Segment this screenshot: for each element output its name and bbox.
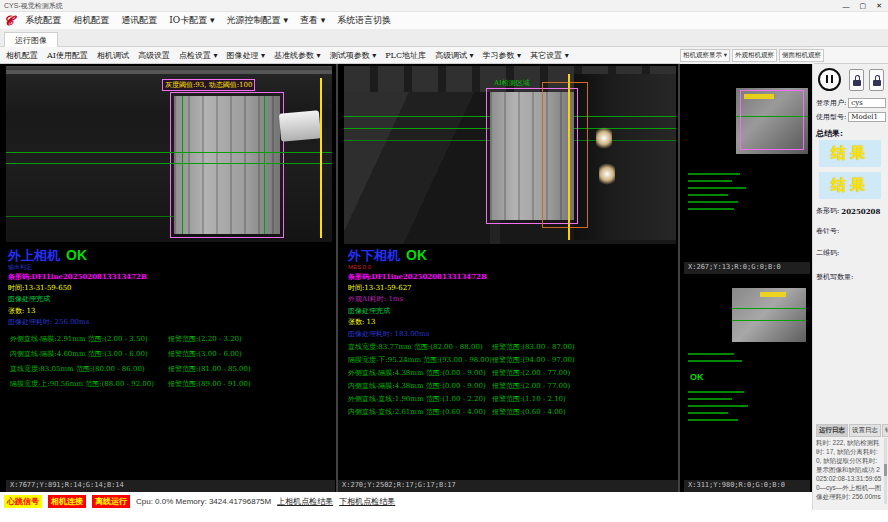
middle-barcode: 条形码:DFI1ine2025020813313472B: [348, 271, 678, 283]
app-window: CYS-视觉检测系统 — ▢ ✕ 𝓒 系统配置 相机配置 通讯配置 IO卡配置 …: [0, 0, 888, 522]
menu-light-config[interactable]: 光源控制配置 ▾: [227, 14, 288, 27]
measure-line: [6, 163, 332, 164]
scrollbar-thumb[interactable]: [884, 464, 887, 476]
roi-line-yellow: [320, 78, 322, 238]
tab-side-camera[interactable]: 侧面相机观察: [779, 49, 824, 62]
login-user-label: 登录用户:: [816, 98, 846, 108]
heartbeat-badge: 心跳信号: [4, 495, 42, 508]
tool-image-process[interactable]: 图像处理 ▾: [227, 50, 266, 61]
total-result-row: 总结果:: [816, 128, 886, 139]
middle-subtitle: MES:0:0: [348, 263, 678, 271]
warn-range: 报警范围:(94.00 - 97.00): [492, 355, 575, 365]
model-field[interactable]: Model1: [848, 112, 886, 122]
tool-advanced-debug[interactable]: 高级调试 ▾: [435, 50, 474, 61]
measure-row: 外侧直线-直线:1.90mm 范围:(1.00 - 2.20)报警范围:(1.1…: [348, 394, 678, 407]
menu-camera-config[interactable]: 相机配置: [73, 14, 109, 27]
tool-test-params[interactable]: 测试项参数 ▾: [330, 50, 377, 61]
warn-range: 报警范围:(2.20 - 3.20): [168, 334, 242, 344]
log-scrollbar[interactable]: [884, 438, 887, 504]
thumbnail-image: [732, 288, 806, 342]
bottom-camera-check-link[interactable]: 下相机点检结果: [339, 496, 395, 507]
key-button[interactable]: [869, 69, 884, 91]
tab-setting-log[interactable]: 设置日志: [849, 424, 881, 437]
top-camera-check-link[interactable]: 上相机点检结果: [277, 496, 333, 507]
thumbnail-bottom[interactable]: OK: [684, 278, 810, 480]
left-time: 时间:13-31-59-650: [8, 283, 338, 295]
left-elapsed: 图像处理耗时: 256.00ms: [8, 317, 338, 329]
measure-line-vertical: [264, 96, 265, 234]
middle-pixel-coords: X:270;Y:2502;R:17;G:17;B:17: [338, 480, 678, 492]
left-status: 图像处理完成: [8, 294, 338, 306]
menu-comm-config[interactable]: 通讯配置: [121, 14, 157, 27]
barcode-row: 条形码: 20250208: [816, 206, 886, 216]
left-camera-image[interactable]: 灰度阈值:93, 动态阈值:100: [6, 66, 332, 242]
lock-button[interactable]: [849, 69, 864, 91]
tab-appearance-camera[interactable]: 外观相机观察: [732, 49, 777, 62]
menu-bar: 𝓒 系统配置 相机配置 通讯配置 IO卡配置 ▾ 光源控制配置 ▾ 查看 ▾ 系…: [0, 12, 888, 30]
measure-value: 隔膜宽度-上:90.56mm 范围:(88.00 - 92.00): [10, 380, 154, 388]
tool-advanced-settings[interactable]: 高级设置: [138, 50, 170, 61]
middle-count: 张数: 13: [348, 317, 678, 329]
maximize-icon[interactable]: ▢: [860, 2, 867, 10]
thumb-measure-lines: [684, 168, 746, 210]
ai-region-overlay-text: AI检测区域: [494, 78, 530, 88]
thumb-measure-lines: [684, 348, 742, 362]
measure-value: 内侧直线-隔膜:4.38mm 范围:(0.00 - 9.00): [348, 382, 486, 390]
measure-value: 外侧直线-隔膜:2.91mm 范围:(2.00 - 3.50): [10, 335, 148, 343]
model-row: 使用型号: Model1: [816, 112, 886, 122]
overlay-text-marks: [760, 292, 786, 297]
measure-line: [732, 320, 806, 321]
roi-box-magenta: [170, 92, 284, 238]
main-view: 灰度阈值:93, 动态阈值:100 AI检测区域 外上相机OK 输出判定: [0, 64, 812, 492]
tool-camera-config[interactable]: 相机配置: [6, 50, 38, 61]
thumb-top-pixel-coords: X:267;Y:13;R:0;G:0;B:0: [684, 262, 810, 274]
thumbnail-top[interactable]: [684, 72, 810, 262]
menu-io-config[interactable]: IO卡配置 ▾: [169, 14, 214, 27]
reflection-spot: [599, 162, 615, 186]
machine-left-structure: [344, 92, 490, 244]
measure-line: [6, 216, 174, 217]
total-result-label: 总结果:: [816, 128, 843, 139]
camera-connect-badge: 相机连接: [48, 495, 86, 508]
camera-name: 外下相机: [348, 248, 400, 263]
menu-language-switch[interactable]: 系统语言切换: [337, 14, 391, 27]
result-ok: OK: [66, 247, 87, 263]
tab-error-log[interactable]: 错误日志: [882, 424, 888, 437]
middle-camera-title: 外下相机OK: [348, 248, 678, 263]
tool-baseline-params[interactable]: 基准线参数 ▾: [274, 50, 321, 61]
menu-system-config[interactable]: 系统配置: [25, 14, 61, 27]
tool-ai-use-config[interactable]: AI使用配置: [47, 50, 88, 61]
tab-run-image[interactable]: 运行图像: [4, 32, 58, 47]
write-count-label: 整机写数量:: [816, 272, 853, 282]
close-icon[interactable]: ✕: [876, 2, 882, 10]
machine-right-structure: [574, 74, 676, 240]
middle-measurements: 直线宽度:83.77mm 范围:(82.00 - 88.00)报警范围:(83.…: [348, 342, 678, 420]
left-camera-title: 外上相机OK: [8, 248, 338, 263]
view-tab-strip: 运行图像: [0, 30, 888, 47]
measure-value: 直线宽度:83.05mm 范围:(80.00 - 86.00): [10, 365, 145, 373]
warn-range: 报警范围:(81.00 - 85.00): [168, 364, 251, 374]
middle-camera-image[interactable]: AI检测区域: [344, 66, 676, 244]
roi-line-yellow: [568, 74, 570, 240]
tool-plc-address[interactable]: PLC地址库: [385, 50, 426, 61]
tool-learn-params[interactable]: 学习参数 ▾: [483, 50, 522, 61]
tool-spot-check[interactable]: 点检设置 ▾: [179, 50, 218, 61]
menu-view[interactable]: 查看 ▾: [300, 14, 325, 27]
login-user-field[interactable]: cys: [848, 98, 886, 108]
left-pixel-coords: X:7677;Y:891;R:14;G:14;B:14: [6, 480, 335, 492]
tab-run-log[interactable]: 运行日志: [816, 424, 848, 437]
minimize-icon[interactable]: —: [843, 3, 850, 10]
tool-camera-debug[interactable]: 相机调试: [97, 50, 129, 61]
key-icon: [873, 80, 881, 86]
tool-other-settings[interactable]: 其它设置 ▾: [530, 50, 569, 61]
pause-button[interactable]: [818, 68, 841, 91]
measure-value: 直线宽度:83.77mm 范围:(82.00 - 88.00): [348, 343, 483, 351]
measure-row: 内侧直线-隔膜:4.60mm 范围:(3.00 - 6.00)报警范围:(3.0…: [10, 349, 330, 364]
middle-time: 时间:13-31-59-627: [348, 283, 678, 295]
login-user-row: 登录用户: cys: [816, 98, 886, 108]
result-ok: OK: [406, 247, 427, 263]
camera-observe-dropdown[interactable]: 相机观察显示 ▾: [680, 49, 730, 62]
reflection-spot: [596, 126, 612, 150]
needle-row: 卷针号:: [816, 226, 886, 236]
measure-line: [732, 308, 806, 309]
